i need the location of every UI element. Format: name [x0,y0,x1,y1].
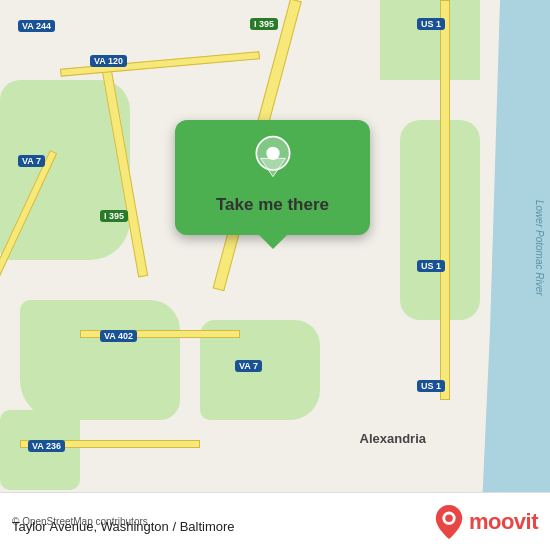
bottom-bar: © OpenStreetMap contributors Taylor Aven… [0,492,550,550]
shield-us1-mid: US 1 [417,260,445,272]
moovit-logo: moovit [435,505,538,539]
green-park-2 [20,300,180,420]
shield-va402: VA 402 [100,330,137,342]
svg-point-4 [445,514,453,522]
take-me-there-button[interactable]: Take me there [216,195,329,215]
shield-i395-top: I 395 [250,18,278,30]
shield-us1-top: US 1 [417,18,445,30]
location-name: Taylor Avenue, Washington / Baltimore [12,519,235,534]
shield-va244: VA 244 [18,20,55,32]
shield-va120: VA 120 [90,55,127,67]
road-us1 [440,0,450,400]
shield-i395-left: I 395 [100,210,128,222]
moovit-pin-icon [435,505,463,539]
shield-va7-mid: VA 7 [235,360,262,372]
water-label: Lower Potomac River [534,200,545,296]
green-park-4 [380,0,480,80]
shield-va7-left: VA 7 [18,155,45,167]
map-container: Lower Potomac River VA 244 VA 120 I 395 … [0,0,550,550]
shield-va236: VA 236 [28,440,65,452]
alexandria-label: Alexandria [356,430,430,447]
shield-us1-bot: US 1 [417,380,445,392]
popup-card: Take me there [175,120,370,235]
moovit-brand-text: moovit [469,509,538,535]
location-pin-icon [248,135,298,185]
